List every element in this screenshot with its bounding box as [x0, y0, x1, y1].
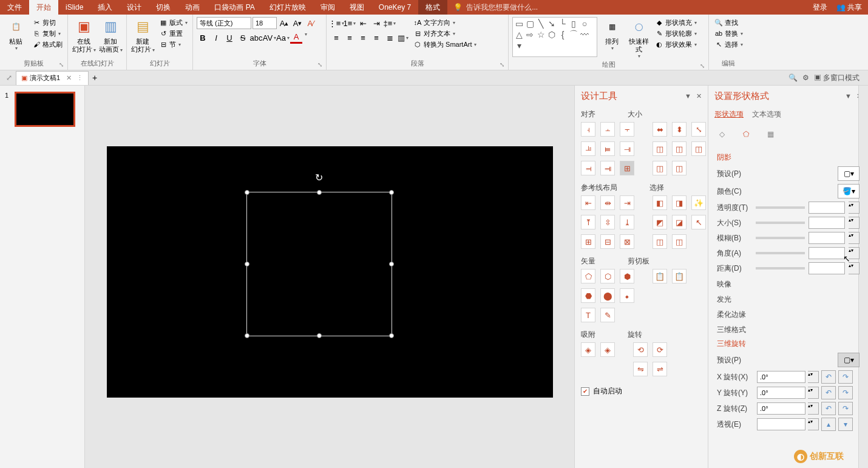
shape-arrow-icon[interactable]: ➘ — [547, 19, 557, 29]
zrot-right-button[interactable]: ↷ — [838, 402, 853, 415]
pane-dropdown-icon[interactable]: ▼ — [685, 92, 691, 100]
persp-input[interactable] — [757, 418, 805, 430]
size-tool-8[interactable]: ◫ — [672, 161, 687, 175]
size-width-tool[interactable]: ⬌ — [653, 122, 667, 137]
slide-thumbnail-1[interactable] — [15, 92, 75, 127]
multi-window-button[interactable]: ▣ 多窗口模式 — [814, 73, 860, 83]
font-size-select[interactable] — [253, 17, 277, 29]
blur-input[interactable] — [809, 232, 845, 244]
angle-spin[interactable]: ▴▾ — [849, 247, 860, 259]
vec-tool-3[interactable]: ⬢ — [620, 269, 634, 283]
xrot-right-button[interactable]: ↷ — [838, 370, 853, 384]
align-right-tool[interactable]: ⫟ — [620, 122, 634, 137]
vec-tool-8[interactable]: ✎ — [600, 308, 615, 322]
shape-triangle-icon[interactable]: △ — [514, 30, 524, 39]
format3d-heading[interactable]: 三维格式 — [717, 325, 860, 335]
char-spacing-button[interactable]: AV▾ — [263, 32, 276, 44]
find-button[interactable]: 🔍查找 — [713, 17, 744, 28]
font-color-button[interactable]: A — [290, 32, 302, 44]
vec-tool-2[interactable]: ⬡ — [600, 269, 615, 283]
align-left-tool[interactable]: ⫞ — [581, 122, 595, 137]
quick-styles-button[interactable]: ◯ 快速样式▾ — [626, 17, 651, 59]
snap-tool-1[interactable]: ◈ — [581, 342, 595, 357]
auto-start-checkbox[interactable]: ✔ 自动启动 — [575, 381, 708, 401]
sel-tool-8[interactable]: ◫ — [672, 234, 687, 249]
distribute-v-tool[interactable]: ⫥ — [600, 161, 615, 175]
resize-handle-bl[interactable] — [245, 333, 249, 338]
decrease-indent-button[interactable]: ⇤ — [357, 17, 369, 29]
shape-connector-icon[interactable]: └ — [558, 19, 568, 29]
menu-tab-view[interactable]: 视图 — [342, 0, 371, 15]
menu-tab-design[interactable]: 设计 — [120, 0, 149, 15]
drawing-launcher[interactable]: ⤡ — [700, 63, 705, 69]
shape-arrow2-icon[interactable]: ⇨ — [525, 30, 535, 39]
transparency-slider[interactable] — [756, 206, 805, 209]
bullets-button[interactable]: ⋮≡▾ — [330, 17, 342, 29]
selected-shape[interactable]: ↻ — [246, 192, 392, 336]
select-button[interactable]: ↖选择▾ — [713, 39, 744, 50]
bold-button[interactable]: B — [197, 32, 209, 44]
menu-tab-transitions[interactable]: 切换 — [149, 0, 178, 15]
shadow-color-button[interactable]: 🪣▾ — [838, 184, 860, 198]
sel-tool-2[interactable]: ◨ — [672, 195, 687, 210]
shadow-size-spin[interactable]: ▴▾ — [849, 217, 860, 229]
yrot-input[interactable] — [757, 387, 805, 399]
resize-handle-mr[interactable] — [389, 262, 394, 266]
rotation3d-heading[interactable]: 三维旋转 — [717, 339, 860, 349]
section-button[interactable]: ⊟节▾ — [157, 39, 189, 50]
vec-tool-7[interactable]: T — [581, 308, 595, 322]
menu-tab-home[interactable]: 开始 — [29, 0, 58, 15]
smartart-button[interactable]: ⬡转换为 SmartArt▾ — [412, 39, 478, 50]
shadow-text-button[interactable]: abc — [250, 32, 262, 44]
resize-handle-br[interactable] — [389, 333, 394, 338]
xrot-spin[interactable]: ▴▾ — [808, 371, 819, 383]
layout-button[interactable]: ▦版式▾ — [157, 17, 189, 28]
guide-tool-8[interactable]: ⊟ — [600, 234, 615, 249]
fill-line-tab-icon[interactable]: ◇ — [714, 127, 729, 141]
menu-tab-format[interactable]: 格式 — [418, 0, 447, 15]
shadow-size-input[interactable] — [809, 217, 845, 229]
vec-tool-1[interactable]: ⬠ — [581, 269, 595, 283]
clear-format-button[interactable]: A⁄ — [305, 17, 317, 29]
size-tool-4[interactable]: ◫ — [653, 141, 667, 156]
new-anim-page-button[interactable]: ▥ 新加动画页▾ — [98, 17, 123, 54]
shape-ellipse-icon[interactable]: ○ — [580, 19, 589, 29]
paragraph-launcher[interactable]: ⤡ — [500, 61, 504, 68]
tab-text-options[interactable]: 文本选项 — [752, 109, 781, 120]
distance-spin[interactable]: ▴▾ — [849, 262, 860, 274]
align-relative-tool[interactable]: ⊞ — [620, 161, 634, 175]
resize-handle-ml[interactable] — [245, 262, 249, 266]
glow-heading[interactable]: 发光 — [717, 294, 860, 305]
align-center-h-tool[interactable]: ⫠ — [600, 122, 615, 137]
strikethrough-button[interactable]: S — [237, 32, 249, 44]
sel-tool-7[interactable]: ◫ — [653, 234, 667, 249]
change-case-button[interactable]: Aa▾ — [277, 32, 289, 44]
size-tool-7[interactable]: ◫ — [653, 161, 667, 175]
persp-up-button[interactable]: ▴ — [821, 418, 836, 431]
shape-fill-button[interactable]: ◆形状填充▾ — [653, 17, 698, 28]
toolbar-icon-1[interactable]: 🔍 — [788, 73, 798, 82]
soft-edges-heading[interactable]: 柔化边缘 — [717, 310, 860, 320]
clip-tool-1[interactable]: 📋 — [653, 269, 667, 283]
snap-tool-2[interactable]: ◈ — [600, 342, 615, 357]
zrot-left-button[interactable]: ↶ — [821, 402, 836, 415]
add-tab-button[interactable]: + — [89, 73, 101, 83]
sel-tool-4[interactable]: ◩ — [653, 215, 667, 229]
xrot-left-button[interactable]: ↶ — [821, 370, 836, 384]
shadow-heading[interactable]: 阴影 — [717, 152, 860, 163]
font-launcher[interactable]: ⤡ — [317, 61, 322, 68]
rot-tool-2[interactable]: ⟳ — [653, 342, 667, 357]
tab-shape-options[interactable]: 形状选项 — [714, 109, 744, 120]
underline-button[interactable]: U — [223, 32, 236, 44]
shape-more-icon[interactable]: ▾ — [514, 41, 524, 50]
font-name-select[interactable] — [197, 17, 251, 29]
sel-tool-3[interactable]: ✨ — [691, 195, 706, 210]
reflection-heading[interactable]: 映像 — [717, 279, 860, 290]
guide-tool-7[interactable]: ⊞ — [581, 234, 595, 249]
menu-tab-onekey[interactable]: OneKey 7 — [371, 0, 418, 15]
share-button[interactable]: 👥 共享 — [836, 2, 862, 13]
transparency-input[interactable] — [809, 202, 845, 214]
angle-slider[interactable] — [756, 252, 805, 254]
sel-tool-6[interactable]: ↖ — [691, 215, 706, 229]
yrot-spin[interactable]: ▴▾ — [808, 387, 819, 399]
